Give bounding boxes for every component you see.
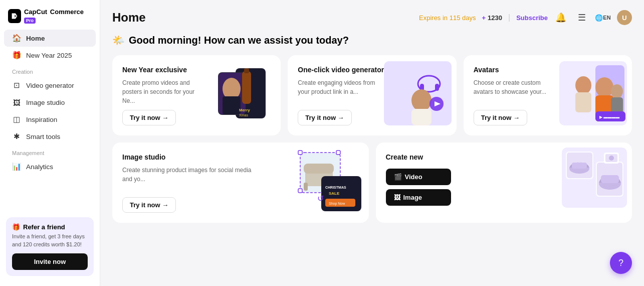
svg-point-54 bbox=[609, 156, 614, 161]
sidebar-item-new-year[interactable]: 🎁 New Year 2025 bbox=[4, 47, 96, 64]
top-bar-right: Expires in 115 days + 1230 | Subscribe 🔔… bbox=[419, 10, 632, 25]
cards-row-1: New Year exclusive Create promo videos a… bbox=[112, 55, 632, 135]
sidebar-item-image-studio[interactable]: 🖼 Image studio bbox=[4, 94, 96, 111]
card-avatars-title: Avatars bbox=[474, 65, 563, 74]
create-new-image bbox=[562, 148, 627, 208]
svg-rect-30 bbox=[304, 183, 308, 191]
card-image-studio-image: CHRISTMAS SALE Shop Now ↺ bbox=[296, 149, 364, 213]
svg-rect-51 bbox=[601, 175, 619, 183]
try-avatars-button[interactable]: Try it now → bbox=[474, 110, 527, 125]
video-icon: ⊡ bbox=[12, 81, 21, 90]
sidebar: CapCut Commerce Pro 🏠 Home 🎁 New Year 20… bbox=[0, 0, 100, 286]
card-video-desc: Create engaging videos from your product… bbox=[298, 78, 384, 96]
image-btn-icon: 🖼 bbox=[394, 194, 400, 201]
logo-icon bbox=[8, 9, 21, 23]
video-btn-icon: 🎬 bbox=[394, 173, 402, 181]
refer-title: 🎁 Refer a friend bbox=[12, 223, 88, 231]
card-avatars-desc: Choose or create custom avatars to showc… bbox=[474, 78, 560, 96]
greeting: 🌤️ Good morning! How can we assist you t… bbox=[112, 34, 632, 46]
card-create-new: Create new 🎬 Video 🖼 Image bbox=[376, 142, 632, 223]
svg-text:SALE: SALE bbox=[329, 191, 340, 196]
svg-point-23 bbox=[611, 84, 623, 98]
top-bar: Home Expires in 115 days + 1230 | Subscr… bbox=[112, 10, 632, 25]
credits-badge: + 1230 bbox=[482, 14, 502, 22]
try-image-studio-button[interactable]: Try it now → bbox=[122, 197, 176, 213]
gift-icon: 🎁 bbox=[12, 51, 21, 60]
card-new-year-desc: Create promo videos and posters in secon… bbox=[122, 78, 208, 105]
page-title: Home bbox=[112, 11, 146, 25]
gift-icon-refer: 🎁 bbox=[12, 223, 20, 231]
management-section-label: Management bbox=[0, 145, 100, 158]
greeting-emoji: 🌤️ bbox=[112, 34, 125, 46]
analytics-icon: 📊 bbox=[12, 162, 21, 171]
card-avatars-image: ▶ ▬▬▬▬ bbox=[559, 61, 627, 125]
invite-now-button[interactable]: Invite now bbox=[12, 253, 88, 270]
card-video-title: One-click video generator bbox=[298, 65, 387, 74]
refer-description: Invite a friend, get 3 free days and 120… bbox=[12, 233, 88, 248]
svg-point-13 bbox=[411, 89, 432, 111]
svg-text:↺: ↺ bbox=[317, 194, 324, 203]
svg-text:Xmas: Xmas bbox=[239, 113, 248, 117]
card-image-studio: Image studio Create stunning product ima… bbox=[112, 142, 369, 223]
separator: | bbox=[508, 13, 510, 22]
sidebar-nav: 🏠 Home 🎁 New Year 2025 Creation ⊡ Video … bbox=[0, 30, 100, 213]
help-button[interactable]: ? bbox=[610, 252, 632, 274]
refer-card: 🎁 Refer a friend Invite a friend, get 3 … bbox=[6, 217, 94, 276]
card-new-year-title: New Year exclusive bbox=[122, 65, 211, 74]
cards-row-2: Image studio Create stunning product ima… bbox=[112, 142, 632, 223]
svg-rect-4 bbox=[223, 96, 241, 114]
logo-text: CapCut Commerce Pro bbox=[24, 8, 92, 24]
svg-text:Shop Now: Shop Now bbox=[329, 202, 345, 206]
svg-text:Merry: Merry bbox=[239, 108, 250, 112]
sidebar-item-smart-tools[interactable]: ✱ Smart tools bbox=[4, 128, 96, 145]
svg-text:▶ ▬▬▬▬: ▶ ▬▬▬▬ bbox=[599, 115, 619, 119]
top-icons: 🔔 ☰ 🌐EN U bbox=[554, 10, 632, 25]
card-video-image bbox=[384, 61, 452, 125]
creation-section-label: Creation bbox=[0, 64, 100, 77]
try-new-year-button[interactable]: Try it now → bbox=[122, 110, 176, 125]
card-create-new-title: Create new bbox=[386, 153, 528, 162]
logo[interactable]: CapCut Commerce Pro bbox=[0, 6, 100, 30]
card-video-generator: One-click video generator Create engagin… bbox=[288, 55, 456, 135]
svg-rect-33 bbox=[298, 151, 302, 155]
home-icon: 🏠 bbox=[12, 34, 21, 43]
sidebar-item-analytics[interactable]: 📊 Analytics bbox=[4, 158, 96, 175]
card-new-year-image: Merry Xmas bbox=[208, 61, 276, 125]
image-icon: 🖼 bbox=[12, 98, 21, 107]
svg-rect-29 bbox=[304, 164, 334, 174]
sidebar-item-home[interactable]: 🏠 Home bbox=[4, 30, 96, 47]
avatar[interactable]: U bbox=[617, 10, 632, 25]
svg-rect-5 bbox=[242, 71, 251, 104]
svg-rect-6 bbox=[244, 68, 249, 73]
svg-rect-20 bbox=[575, 92, 591, 112]
menu-icon[interactable]: ☰ bbox=[575, 11, 589, 25]
pro-badge: Pro bbox=[24, 18, 36, 24]
svg-point-19 bbox=[575, 76, 591, 94]
subscribe-button[interactable]: Subscribe bbox=[516, 14, 548, 22]
inspiration-icon: ◫ bbox=[12, 115, 21, 124]
svg-rect-12 bbox=[435, 84, 439, 91]
sidebar-item-inspiration[interactable]: ◫ Inspiration bbox=[4, 111, 96, 128]
svg-point-21 bbox=[595, 77, 613, 97]
create-video-button[interactable]: 🎬 Video bbox=[386, 169, 451, 185]
svg-rect-34 bbox=[336, 151, 340, 155]
try-video-button[interactable]: Try it now → bbox=[298, 110, 351, 125]
main-content: Home Expires in 115 days + 1230 | Subscr… bbox=[100, 0, 644, 286]
language-icon[interactable]: 🌐EN bbox=[596, 11, 610, 25]
tools-icon: ✱ bbox=[12, 132, 21, 141]
card-image-studio-desc: Create stunning product images for socia… bbox=[122, 166, 259, 184]
sidebar-item-video-generator[interactable]: ⊡ Video generator bbox=[4, 77, 96, 94]
card-new-year: New Year exclusive Create promo videos a… bbox=[112, 55, 281, 135]
expires-text: Expires in 115 days bbox=[419, 14, 476, 22]
svg-rect-47 bbox=[572, 163, 587, 169]
card-image-studio-title: Image studio bbox=[122, 153, 264, 162]
notifications-icon[interactable]: 🔔 bbox=[554, 11, 568, 25]
card-avatars: Avatars Choose or create custom avatars … bbox=[464, 55, 632, 135]
svg-rect-35 bbox=[298, 189, 302, 193]
svg-text:CHRISTMAS: CHRISTMAS bbox=[325, 186, 346, 189]
svg-rect-14 bbox=[411, 109, 432, 125]
create-image-button[interactable]: 🖼 Image bbox=[386, 189, 451, 206]
